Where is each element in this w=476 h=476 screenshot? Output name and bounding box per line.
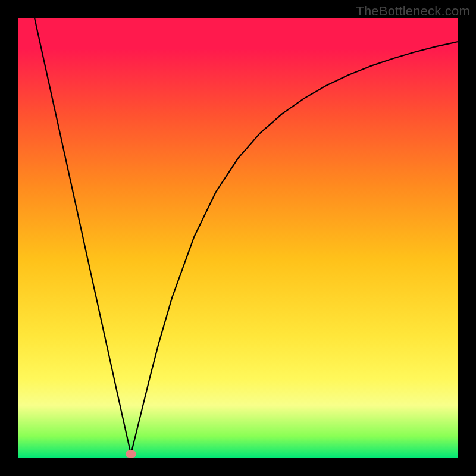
bottleneck-curve [18,18,458,458]
chart-plot-area [18,18,458,458]
watermark-text: TheBottleneck.com [356,4,470,19]
optimal-point-marker [126,450,136,458]
